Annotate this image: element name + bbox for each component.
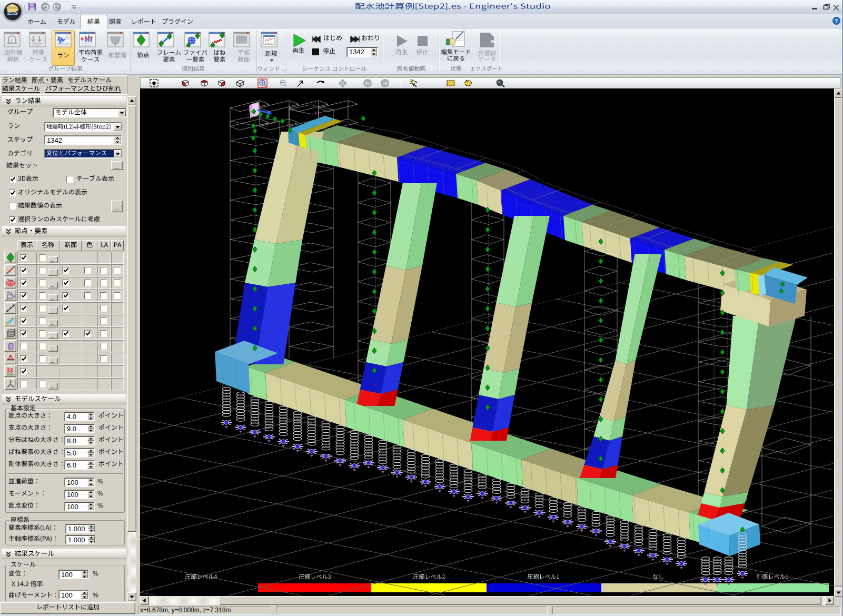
svg-text:?: ? (835, 18, 838, 24)
svg-text:ES: ES (7, 7, 18, 16)
